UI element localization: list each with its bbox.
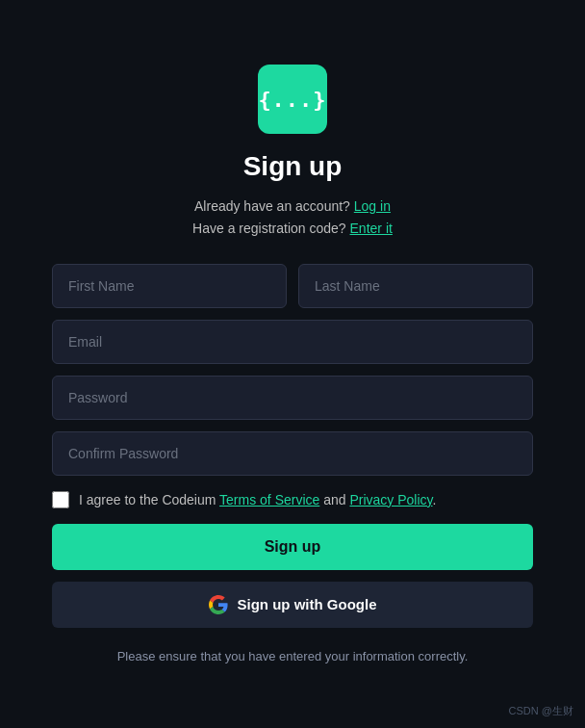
login-prompt: Already have an account? Log in: [192, 195, 393, 217]
terms-label: I agree to the Codeium Terms of Service …: [79, 492, 436, 507]
already-account-text: Already have an account?: [194, 198, 350, 214]
footer-note: Please ensure that you have entered your…: [52, 649, 533, 663]
google-signup-label: Sign up with Google: [238, 596, 377, 612]
registration-code-prompt: Have a registration code? Enter it: [192, 218, 393, 239]
terms-label-middle: and: [319, 492, 349, 507]
terms-row: I agree to the Codeium Terms of Service …: [52, 491, 533, 508]
signup-container: {...} Sign up Already have an account? L…: [23, 45, 562, 683]
registration-code-text: Have a registration code?: [192, 221, 346, 236]
login-link[interactable]: Log in: [354, 198, 391, 214]
signup-form: I agree to the Codeium Terms of Service …: [52, 264, 533, 663]
terms-label-start: I agree to the Codeium: [79, 492, 219, 507]
last-name-input[interactable]: [298, 264, 533, 308]
password-input[interactable]: [52, 376, 533, 420]
page-title: Sign up: [243, 151, 343, 182]
terms-label-end: .: [433, 492, 437, 507]
signup-button[interactable]: Sign up: [52, 524, 533, 570]
name-row: [52, 264, 533, 308]
email-input[interactable]: [52, 320, 533, 364]
subtitle-block: Already have an account? Log in Have a r…: [192, 195, 393, 239]
google-signup-button[interactable]: Sign up with Google: [52, 582, 533, 628]
enter-it-link[interactable]: Enter it: [350, 221, 393, 236]
terms-checkbox[interactable]: [52, 491, 69, 508]
first-name-input[interactable]: [52, 264, 287, 308]
terms-link[interactable]: Terms of Service: [219, 492, 319, 507]
privacy-link[interactable]: Privacy Policy: [349, 492, 432, 507]
logo-text: {...}: [258, 88, 326, 112]
confirm-password-input[interactable]: [52, 431, 533, 476]
google-icon: [209, 595, 228, 614]
logo: {...}: [258, 65, 327, 134]
watermark: CSDN @生财: [509, 704, 573, 718]
